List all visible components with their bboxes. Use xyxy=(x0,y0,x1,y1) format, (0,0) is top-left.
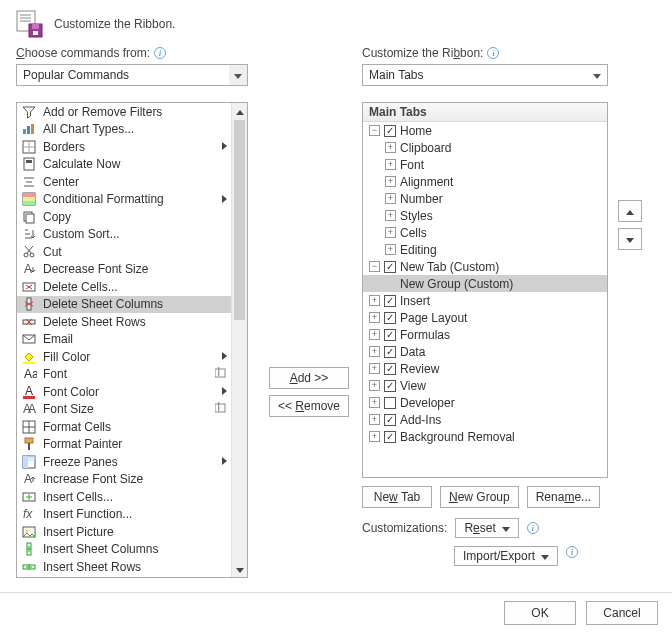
command-item[interactable]: Conditional Formatting xyxy=(17,191,231,209)
command-item[interactable]: Delete Sheet Columns xyxy=(17,296,231,314)
expand-icon[interactable]: + xyxy=(385,159,396,170)
expand-icon[interactable]: + xyxy=(369,397,380,408)
command-item[interactable]: Insert Picture xyxy=(17,523,231,541)
new-tab-button[interactable]: New Tab xyxy=(362,486,432,508)
scrollbar[interactable] xyxy=(231,103,247,577)
checkbox[interactable]: ✓ xyxy=(384,261,396,273)
command-item[interactable]: Freeze Panes xyxy=(17,453,231,471)
scroll-up-icon[interactable] xyxy=(232,103,247,119)
command-item[interactable]: Insert Sheet Rows xyxy=(17,558,231,576)
checkbox[interactable]: ✓ xyxy=(384,431,396,443)
expand-icon[interactable]: + xyxy=(385,244,396,255)
expand-icon[interactable]: + xyxy=(369,346,380,357)
command-item[interactable]: Delete Sheet Rows xyxy=(17,313,231,331)
checkbox[interactable]: ✓ xyxy=(384,380,396,392)
checkbox[interactable] xyxy=(384,397,396,409)
checkbox[interactable]: ✓ xyxy=(384,295,396,307)
command-item[interactable]: ADecrease Font Size xyxy=(17,261,231,279)
expand-icon[interactable]: + xyxy=(385,227,396,238)
reset-button[interactable]: Reset xyxy=(455,518,518,538)
info-icon[interactable]: i xyxy=(154,47,166,59)
command-item[interactable]: Add or Remove Filters xyxy=(17,103,231,121)
tree-group[interactable]: +Clipboard xyxy=(363,139,607,156)
tree-tab[interactable]: +✓Add-Ins xyxy=(363,411,607,428)
tree-group[interactable]: +Font xyxy=(363,156,607,173)
tree-tab[interactable]: +✓Page Layout xyxy=(363,309,607,326)
expand-icon[interactable]: + xyxy=(385,210,396,221)
commands-listbox[interactable]: Add or Remove FiltersAll Chart Types...B… xyxy=(16,102,248,578)
chevron-down-icon xyxy=(229,65,247,85)
tree-group[interactable]: +Number xyxy=(363,190,607,207)
command-item[interactable]: AaFontI xyxy=(17,366,231,384)
expand-icon[interactable]: + xyxy=(369,295,380,306)
command-item[interactable]: Insert Cells... xyxy=(17,488,231,506)
expand-icon[interactable]: + xyxy=(385,176,396,187)
command-item[interactable]: Center xyxy=(17,173,231,191)
ribbon-tree[interactable]: Main Tabs −✓Home+Clipboard+Font+Alignmen… xyxy=(362,102,608,478)
command-item[interactable]: Insert Sheet Columns xyxy=(17,541,231,559)
command-item[interactable]: Email xyxy=(17,331,231,349)
tree-tab[interactable]: +✓View xyxy=(363,377,607,394)
new-group-button[interactable]: New Group xyxy=(440,486,519,508)
expand-icon[interactable]: + xyxy=(369,431,380,442)
command-item[interactable]: Copy xyxy=(17,208,231,226)
checkbox[interactable]: ✓ xyxy=(384,414,396,426)
tree-tab[interactable]: +✓Review xyxy=(363,360,607,377)
command-item[interactable]: Cut xyxy=(17,243,231,261)
expand-icon[interactable]: + xyxy=(385,193,396,204)
command-item[interactable]: fxInsert Function... xyxy=(17,506,231,524)
command-item[interactable]: Insert Table xyxy=(17,576,231,578)
checkbox[interactable]: ✓ xyxy=(384,363,396,375)
expand-icon[interactable]: + xyxy=(369,363,380,374)
expand-icon[interactable]: + xyxy=(369,312,380,323)
tree-group[interactable]: +Alignment xyxy=(363,173,607,190)
info-icon[interactable]: i xyxy=(487,47,499,59)
command-item[interactable]: Calculate Now xyxy=(17,156,231,174)
checkbox[interactable]: ✓ xyxy=(384,346,396,358)
checkbox[interactable]: ✓ xyxy=(384,125,396,137)
tree-group[interactable]: +Styles xyxy=(363,207,607,224)
command-item[interactable]: AAFont SizeI xyxy=(17,401,231,419)
tree-tab[interactable]: +✓Insert xyxy=(363,292,607,309)
tree-group-new[interactable]: New Group (Custom) xyxy=(363,275,607,292)
command-item[interactable]: All Chart Types... xyxy=(17,121,231,139)
command-item[interactable]: AFont Color xyxy=(17,383,231,401)
tree-tab[interactable]: +✓Background Removal xyxy=(363,428,607,445)
command-item[interactable]: Delete Cells... xyxy=(17,278,231,296)
expand-icon[interactable]: + xyxy=(369,380,380,391)
tree-tab-new[interactable]: −✓New Tab (Custom) xyxy=(363,258,607,275)
info-icon[interactable]: i xyxy=(566,546,578,558)
scroll-thumb[interactable] xyxy=(234,120,245,320)
tree-group[interactable]: +Cells xyxy=(363,224,607,241)
rename-button[interactable]: Rename... xyxy=(527,486,600,508)
command-item[interactable]: Borders xyxy=(17,138,231,156)
choose-commands-combo[interactable]: Popular Commands xyxy=(16,64,248,86)
collapse-icon[interactable]: − xyxy=(369,125,380,136)
expand-icon[interactable]: + xyxy=(385,142,396,153)
remove-button[interactable]: << Remove xyxy=(269,395,349,417)
tree-tab[interactable]: +Developer xyxy=(363,394,607,411)
scroll-down-icon[interactable] xyxy=(232,561,247,577)
expand-icon[interactable]: + xyxy=(369,414,380,425)
checkbox[interactable]: ✓ xyxy=(384,312,396,324)
tree-tab[interactable]: +✓Formulas xyxy=(363,326,607,343)
command-item[interactable]: Format Painter xyxy=(17,436,231,454)
move-up-button[interactable] xyxy=(618,200,642,222)
command-item[interactable]: Fill Color xyxy=(17,348,231,366)
tree-tab-home[interactable]: −✓Home xyxy=(363,122,607,139)
expand-icon[interactable]: + xyxy=(369,329,380,340)
checkbox[interactable]: ✓ xyxy=(384,329,396,341)
command-item[interactable]: Custom Sort... xyxy=(17,226,231,244)
move-down-button[interactable] xyxy=(618,228,642,250)
info-icon[interactable]: i xyxy=(527,522,539,534)
collapse-icon[interactable]: − xyxy=(369,261,380,272)
ok-button[interactable]: OK xyxy=(504,601,576,625)
add-button[interactable]: Add >> xyxy=(269,367,349,389)
tree-tab[interactable]: +✓Data xyxy=(363,343,607,360)
command-item[interactable]: AIncrease Font Size xyxy=(17,471,231,489)
cancel-button[interactable]: Cancel xyxy=(586,601,658,625)
import-export-button[interactable]: Import/Export xyxy=(454,546,558,566)
command-item[interactable]: Format Cells xyxy=(17,418,231,436)
tree-group[interactable]: +Editing xyxy=(363,241,607,258)
customize-ribbon-combo[interactable]: Main Tabs xyxy=(362,64,608,86)
